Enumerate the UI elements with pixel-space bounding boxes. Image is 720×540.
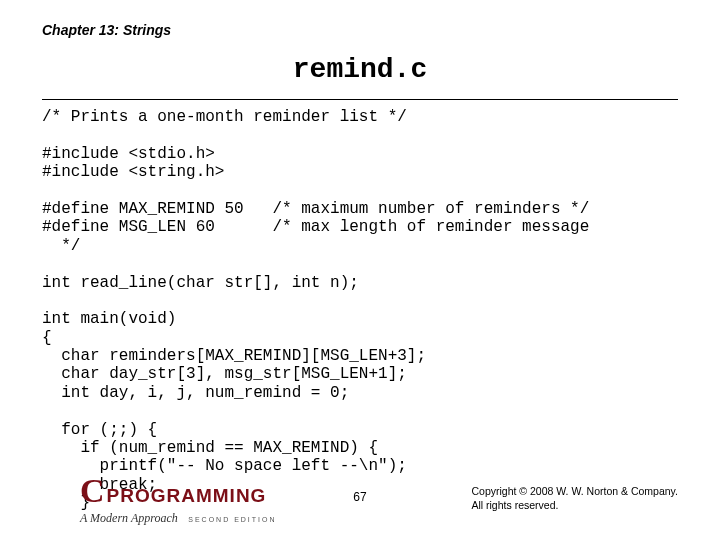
logo-word-programming: PROGRAMMING: [107, 486, 267, 505]
code-listing: /* Prints a one-month reminder list */ #…: [42, 108, 678, 513]
copyright-line-2: All rights reserved.: [471, 498, 678, 512]
chapter-heading: Chapter 13: Strings: [42, 22, 678, 38]
logo-letter-c: C: [80, 474, 105, 508]
logo-subtitle-row: A Modern Approach SECOND EDITION: [80, 508, 340, 526]
copyright-line-1: Copyright © 2008 W. W. Norton & Company.: [471, 484, 678, 498]
logo-subtitle: A Modern Approach: [80, 511, 178, 525]
page-number: 67: [353, 490, 366, 504]
page-title: remind.c: [42, 54, 678, 85]
logo-top-row: C PROGRAMMING: [80, 474, 340, 508]
slide-footer: C PROGRAMMING A Modern Approach SECOND E…: [0, 470, 720, 526]
slide-page: Chapter 13: Strings remind.c /* Prints a…: [0, 0, 720, 540]
book-logo: C PROGRAMMING A Modern Approach SECOND E…: [80, 474, 340, 526]
title-divider: [42, 99, 678, 100]
logo-edition: SECOND EDITION: [188, 516, 276, 523]
copyright-notice: Copyright © 2008 W. W. Norton & Company.…: [471, 484, 678, 512]
